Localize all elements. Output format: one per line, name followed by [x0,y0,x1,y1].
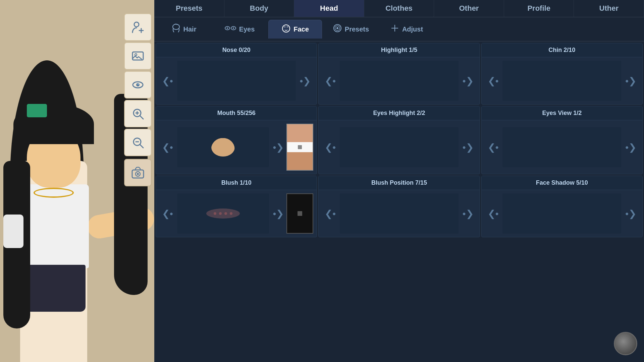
blush-header: Blush 1/10 [156,176,317,190]
eyes-view-preview [502,127,621,167]
subtab-hair[interactable]: Hair [157,20,211,39]
highlight-next-arrow[interactable]: •❯ [460,73,476,89]
face-shadow-next-arrow[interactable]: •❯ [623,205,639,222]
highlight-header: Highlight 1/5 [319,43,479,57]
main-content: Hair Eyes Face [154,17,644,362]
face-shadow-prev-arrow[interactable]: ❮• [485,205,501,222]
chin-cell: Chin 2/10 ❮• •❯ [481,43,643,105]
camera-button[interactable] [124,159,152,186]
mouth-color-picker[interactable] [286,124,313,171]
blush-prev-arrow[interactable]: ❮• [159,205,176,222]
chin-next-arrow[interactable]: •❯ [623,73,639,89]
blush-preview [177,193,269,234]
nav-tab-other[interactable]: Other [434,0,504,17]
blush-cell: Blush 1/10 ❮• •❯ [156,176,317,237]
chin-preview [502,61,621,101]
blush-color-picker[interactable] [286,193,313,234]
character-panel [0,0,154,362]
nav-tab-head[interactable]: Head [294,0,364,17]
blush-dot-1 [214,212,216,215]
character-necklace [34,188,74,198]
chin-header: Chin 2/10 [482,43,642,57]
mouth-preview [177,127,269,167]
subtab-adjust[interactable]: Adjust [380,20,433,39]
nav-tab-presets[interactable]: Presets [154,0,224,17]
eyes-highlight-body: ❮• •❯ [319,120,479,174]
eyes-icon [224,25,236,34]
nose-prev-arrow[interactable]: ❮• [159,73,176,89]
subtab-adjust-label: Adjust [402,25,423,33]
subtab-bar: Hair Eyes Face [154,17,644,42]
face-options-grid: Nose 0/20 ❮• •❯ Highlight 1/5 ❮• •❯ Chin… [154,42,644,362]
face-shadow-header: Face Shadow 5/10 [482,176,642,190]
presets-icon [333,23,342,35]
mouth-next-arrow[interactable]: •❯ [270,139,287,156]
hair-icon [171,23,181,35]
eyes-view-prev-arrow[interactable]: ❮• [485,139,501,156]
subtab-presets[interactable]: Presets [324,20,378,39]
blush-position-header: Blush Position 7/15 [319,176,479,190]
nav-tab-clothes[interactable]: Clothes [364,0,434,17]
eyes-highlight-header: Eyes Highlight 2/2 [319,106,479,120]
svg-point-7 [138,83,139,85]
blush-position-body: ❮• •❯ [319,190,479,237]
mouth-color-middle[interactable] [287,142,313,152]
mouth-prev-arrow[interactable]: ❮• [159,139,176,156]
blush-position-next-arrow[interactable]: •❯ [460,205,476,222]
zoom-out-button[interactable] [124,129,152,156]
side-toolbar [124,13,154,186]
add-user-button[interactable] [124,13,152,41]
zoom-in-button[interactable] [124,100,152,127]
svg-point-22 [233,27,234,29]
eyes-view-body: ❮• •❯ [482,120,642,174]
blush-dot-4 [230,212,232,215]
nav-tab-profile[interactable]: Profile [504,0,574,17]
subtab-eyes-label: Eyes [239,25,255,33]
highlight-prev-arrow[interactable]: ❮• [322,73,338,89]
svg-point-26 [336,27,338,29]
blush-position-prev-arrow[interactable]: ❮• [322,205,338,222]
nose-preview [177,61,296,101]
face-shadow-cell: Face Shadow 5/10 ❮• •❯ [481,176,643,237]
svg-point-20 [227,27,228,29]
svg-point-4 [135,54,137,56]
svg-line-14 [140,144,143,148]
blush-body: ❮• •❯ [156,190,317,237]
mouth-cell: Mouth 55/256 ❮• •❯ [156,106,317,174]
highlight-preview [340,61,459,101]
mouth-body: ❮• •❯ [156,120,317,174]
subtab-eyes[interactable]: Eyes [213,20,266,39]
eyes-highlight-next-arrow[interactable]: •❯ [460,139,476,156]
subtab-hair-label: Hair [183,25,197,33]
face-shadow-body: ❮• •❯ [482,190,642,237]
eye-view-button[interactable] [124,71,152,99]
eyes-highlight-prev-arrow[interactable]: ❮• [322,139,338,156]
blush-next-arrow[interactable]: •❯ [270,205,287,222]
highlight-body: ❮• •❯ [319,57,479,104]
eyes-view-next-arrow[interactable]: •❯ [623,139,639,156]
nose-cell: Nose 0/20 ❮• •❯ [156,43,317,105]
top-navigation: Presets Body Head Clothes Other Profile … [154,0,644,17]
subtab-presets-label: Presets [345,25,369,33]
blush-swatch-handle [298,211,302,216]
blush-position-cell: Blush Position 7/15 ❮• •❯ [318,176,480,237]
svg-point-18 [173,24,179,29]
character-hair-accent [27,104,47,117]
svg-point-17 [137,173,139,175]
nav-tab-body[interactable]: Body [224,0,294,17]
nav-tab-uther[interactable]: Uther [574,0,644,17]
subtab-face[interactable]: Face [268,20,322,39]
mouth-color-top[interactable] [287,124,313,142]
nose-next-arrow[interactable]: •❯ [297,73,314,89]
blush-dot-2 [219,212,222,215]
swatch-handle [298,145,302,149]
character-shorts [22,265,86,312]
mouth-color-bottom[interactable] [287,152,313,170]
eyes-highlight-preview [340,127,459,167]
image-button[interactable] [124,42,152,70]
svg-line-11 [140,116,143,119]
blush-shape [206,208,240,219]
chin-prev-arrow[interactable]: ❮• [485,73,501,89]
adjust-icon [390,23,399,35]
nose-body: ❮• •❯ [156,57,317,104]
